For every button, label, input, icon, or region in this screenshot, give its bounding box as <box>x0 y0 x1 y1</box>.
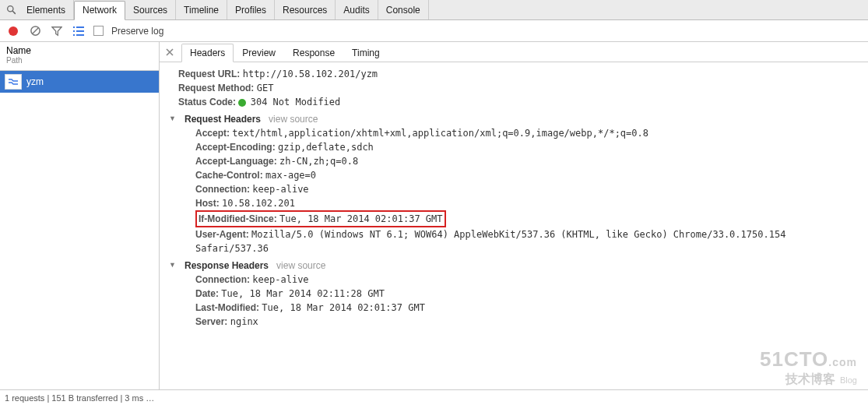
header-accept-language: Accept-Language: zh-CN,zh;q=0.8 <box>186 154 859 168</box>
tab-sources[interactable]: Sources <box>125 0 176 19</box>
svg-line-1 <box>12 11 15 13</box>
resp-server: Server: nginx <box>186 315 859 329</box>
headers-content: Request URL: http://10.58.102.201/yzm Re… <box>160 62 868 338</box>
request-headers-section[interactable]: ▼ Request Headers view source <box>169 112 859 126</box>
resp-connection: Connection: keep-alive <box>186 273 859 287</box>
view-source-link[interactable]: view source <box>276 259 325 273</box>
svg-point-0 <box>7 6 12 12</box>
svg-point-2 <box>30 26 39 35</box>
tab-audits[interactable]: Audits <box>336 0 378 19</box>
network-toolbar: Preserve log <box>0 20 868 42</box>
header-if-modified-since: If-Modified-Since: Tue, 18 Mar 2014 02:0… <box>186 210 859 227</box>
filter-icon[interactable] <box>50 24 64 38</box>
col-path: Path <box>6 56 153 65</box>
image-file-icon <box>5 74 22 90</box>
svg-line-3 <box>32 28 38 34</box>
resp-last-modified: Last-Modified: Tue, 18 Mar 2014 02:01:37… <box>186 301 859 315</box>
preserve-log-checkbox[interactable] <box>93 26 104 36</box>
devtools-panel-tabs: Elements Network Sources Timeline Profil… <box>0 0 868 20</box>
chevron-down-icon: ▼ <box>169 114 177 125</box>
header-accept: Accept: text/html,application/xhtml+xml,… <box>186 126 859 140</box>
subtab-response[interactable]: Response <box>284 44 343 62</box>
tab-resources[interactable]: Resources <box>275 0 336 19</box>
status-text: 1 requests | 151 B transferred | 3 ms … <box>5 393 154 403</box>
close-icon[interactable] <box>164 47 175 58</box>
svg-marker-4 <box>52 26 61 35</box>
response-headers-list: Connection: keep-alive Date: Tue, 18 Mar… <box>169 273 859 329</box>
general-status-code: Status Code: 304 Not Modified <box>169 95 859 109</box>
header-accept-encoding: Accept-Encoding: gzip,deflate,sdch <box>186 140 859 154</box>
request-headers-list: Accept: text/html,application/xhtml+xml,… <box>169 126 859 255</box>
status-ok-icon <box>238 99 246 107</box>
subtab-headers[interactable]: Headers <box>181 44 234 62</box>
requests-list: yzm <box>0 71 159 389</box>
status-bar: 1 requests | 151 B transferred | 3 ms … <box>0 389 868 405</box>
header-user-agent: User-Agent: Mozilla/5.0 (Windows NT 6.1;… <box>186 227 859 255</box>
subtab-timing[interactable]: Timing <box>343 44 388 62</box>
record-button[interactable] <box>6 24 20 38</box>
svg-line-11 <box>167 49 173 55</box>
requests-pane: Name Path yzm <box>0 42 160 389</box>
resp-date: Date: Tue, 18 Mar 2014 02:11:28 GMT <box>186 287 859 301</box>
general-request-url: Request URL: http://10.58.102.201/yzm <box>169 67 859 81</box>
general-request-method: Request Method: GET <box>169 81 859 95</box>
network-main: Name Path yzm Headers Preview Response T… <box>0 42 868 389</box>
tab-timeline[interactable]: Timeline <box>176 0 227 19</box>
header-host: Host: 10.58.102.201 <box>186 196 859 210</box>
subtab-preview[interactable]: Preview <box>234 44 284 62</box>
details-pane: Headers Preview Response Timing Request … <box>160 42 868 389</box>
col-name: Name <box>6 45 153 56</box>
details-subtabs: Headers Preview Response Timing <box>160 42 868 62</box>
header-cache-control: Cache-Control: max-age=0 <box>186 168 859 182</box>
toggle-large-rows-icon[interactable] <box>72 24 86 38</box>
clear-icon[interactable] <box>28 24 42 38</box>
requests-column-header[interactable]: Name Path <box>0 42 159 71</box>
tab-profiles[interactable]: Profiles <box>227 0 275 19</box>
search-icon[interactable] <box>3 2 19 18</box>
view-source-link[interactable]: view source <box>269 112 318 126</box>
highlighted-header: If-Modified-Since: Tue, 18 Mar 2014 02:0… <box>195 210 446 227</box>
tab-network[interactable]: Network <box>74 1 125 20</box>
response-headers-section[interactable]: ▼ Response Headers view source <box>169 259 859 273</box>
header-connection: Connection: keep-alive <box>186 182 859 196</box>
preserve-log-label[interactable]: Preserve log <box>111 26 163 37</box>
svg-line-12 <box>167 49 173 55</box>
request-name: yzm <box>26 76 44 87</box>
chevron-down-icon: ▼ <box>169 260 177 271</box>
tab-elements[interactable]: Elements <box>19 0 74 19</box>
request-row[interactable]: yzm <box>0 71 159 93</box>
tab-console[interactable]: Console <box>378 0 429 19</box>
